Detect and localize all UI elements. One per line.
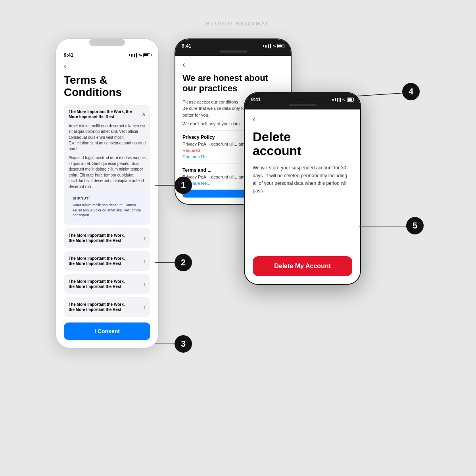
accordion-item-open[interactable]: The More Important the Work, the More Im… [64, 105, 150, 225]
status-bar-mid: 9:41 ∿ [175, 39, 291, 49]
wifi-icon: ∿ [138, 53, 142, 58]
accordion-body-open: Amet minim mollit non deserunt ullamco e… [64, 123, 150, 225]
summary-label: SHRNUTÍ [73, 196, 142, 201]
chevron-right-3: › [144, 258, 146, 264]
notch-front [245, 102, 360, 109]
summary-text: Amet minim mollit non deserunt ullamco e… [73, 203, 142, 218]
accordion-header-label: The More Important the Work, the More Im… [69, 109, 142, 119]
accordion-label-2: The More Important the Work,the More Imp… [69, 233, 125, 243]
chevron-right-4: › [144, 281, 146, 287]
battery-icon-front [347, 98, 354, 102]
mid-title: We are honest about our practices [182, 73, 284, 94]
badge-5: 5 [406, 217, 424, 234]
consent-button[interactable]: I Consent [64, 322, 150, 340]
badge-2: 2 [175, 254, 192, 271]
chevron-right-2: › [144, 235, 146, 241]
back-arrow-mid[interactable]: ‹ [182, 60, 284, 69]
notch-mid [175, 49, 291, 56]
accordion-label-3: The More Important the Work,the More Imp… [69, 256, 125, 266]
accordion-item-5[interactable]: The More Important the Work,the More Imp… [64, 297, 150, 317]
phone-front: 9:41 ∿ ‹ Delete account We will [244, 92, 361, 285]
badge-1: 1 [175, 177, 192, 194]
back-arrow-left[interactable]: ‹ [64, 61, 150, 70]
accordion-label-4: The More Important the Work,the More Imp… [69, 279, 125, 289]
wifi-icon-mid: ∿ [273, 44, 276, 49]
accordion-item-4[interactable]: The More Important the Work,the More Imp… [64, 274, 150, 294]
time-left: 9:41 [64, 52, 73, 58]
screen-front: ‹ Delete account We will store your susp… [245, 109, 360, 284]
battery-icon-mid [277, 44, 284, 48]
chevron-right-5: › [144, 304, 146, 310]
badge-4: 4 [402, 83, 420, 100]
accordion-item-3[interactable]: The More Important the Work,the More Imp… [64, 251, 150, 271]
accordion-header-open[interactable]: The More Important the Work, the More Im… [64, 105, 150, 123]
status-bar-left: 9:41 ∿ [56, 48, 158, 60]
phone-left: 9:41 ∿ ‹ Terms &Conditions The More Impo… [56, 38, 159, 348]
delete-body: We will store your suspended account for… [253, 164, 352, 195]
summary-section: SHRNUTÍ Amet minim mollit non deserunt u… [69, 193, 146, 221]
time-front: 9:41 [251, 97, 261, 102]
time-mid: 9:41 [182, 43, 191, 49]
wifi-icon-front: ∿ [342, 97, 345, 102]
delete-title: Delete account [253, 130, 352, 158]
status-bar-front: 9:41 ∿ [245, 93, 360, 102]
page-title-left: Terms &Conditions [64, 74, 150, 99]
delete-account-button[interactable]: Delete My Account [253, 256, 352, 276]
studio-label: STUDIO SKOUMAL [0, 0, 476, 38]
battery-icon [143, 53, 150, 57]
accordion-chevron-up: ∧ [142, 111, 146, 117]
accordion-item-2[interactable]: The More Important the Work,the More Imp… [64, 228, 150, 248]
accordion-label-5: The More Important the Work,the More Imp… [69, 302, 125, 312]
badge-3: 3 [175, 335, 192, 353]
back-arrow-front[interactable]: ‹ [253, 114, 352, 125]
